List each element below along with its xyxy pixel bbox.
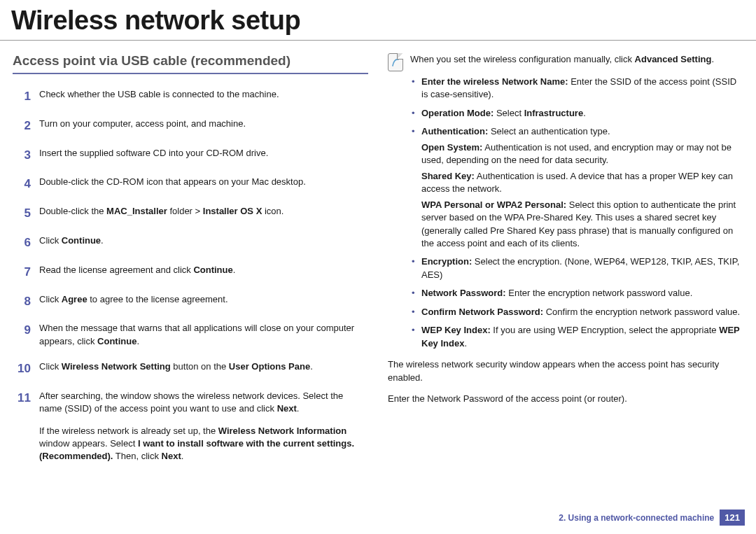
step-item: 1Check whether the USB cable is connecte… bbox=[13, 88, 368, 105]
content-area: Access point via USB cable (recommended)… bbox=[0, 41, 756, 475]
step-paragraph: Check whether the USB cable is connected… bbox=[39, 88, 368, 101]
bullet-item: Network Password: Enter the encryption n… bbox=[412, 287, 743, 300]
step-paragraph: Insert the supplied software CD into you… bbox=[39, 147, 368, 160]
step-paragraph: After searching, the window shows the wi… bbox=[39, 390, 368, 415]
note-lead-text: When you set the wireless configuration … bbox=[410, 53, 743, 66]
step-item: 3Insert the supplied software CD into yo… bbox=[13, 147, 368, 164]
step-body: Check whether the USB cable is connected… bbox=[39, 88, 368, 105]
step-body: Read the license agreement and click Con… bbox=[39, 264, 368, 281]
step-number: 7 bbox=[13, 264, 31, 281]
bullet-item: Enter the wireless Network Name: Enter t… bbox=[412, 76, 743, 101]
step-number: 3 bbox=[13, 147, 31, 164]
bullet-item: Confirm Network Password: Confirm the en… bbox=[412, 306, 743, 318]
step-paragraph: Read the license agreement and click Con… bbox=[39, 264, 368, 276]
bullet-item: Authentication: Select an authentication… bbox=[412, 125, 743, 250]
step-number: 5 bbox=[13, 205, 31, 222]
step-item: 6Click Continue. bbox=[13, 234, 368, 251]
bullet-item: Encryption: Select the encryption. (None… bbox=[412, 255, 743, 281]
step-item: 11After searching, the window shows the … bbox=[13, 390, 368, 463]
step-number: 2 bbox=[13, 118, 31, 134]
step-paragraph: Double-click the CD-ROM icon that appear… bbox=[39, 176, 368, 188]
step-item: 7Read the license agreement and click Co… bbox=[13, 264, 368, 281]
note-icon bbox=[388, 53, 403, 71]
bullet-item: WEP Key Index: If you are using WEP Encr… bbox=[412, 324, 743, 350]
step-item: 10Click Wireless Network Setting button … bbox=[13, 360, 368, 377]
step-number: 1 bbox=[13, 88, 31, 105]
tail-paragraph: The wireless network security window app… bbox=[388, 358, 743, 384]
step-item: 9When the message that warns that all ap… bbox=[13, 322, 368, 347]
step-number: 8 bbox=[13, 293, 31, 310]
step-item: 8Click Agree to agree to the license agr… bbox=[13, 293, 368, 310]
bullet-list: Enter the wireless Network Name: Enter t… bbox=[388, 76, 743, 350]
step-paragraph: Click Agree to agree to the license agre… bbox=[39, 293, 368, 306]
step-paragraph: If the wireless network is already set u… bbox=[39, 425, 368, 463]
section-heading: Access point via USB cable (recommended) bbox=[13, 53, 368, 74]
left-column: Access point via USB cable (recommended)… bbox=[13, 53, 368, 475]
tail-paragraphs: The wireless network security window app… bbox=[388, 358, 743, 405]
step-paragraph: Turn on your computer, access point, and… bbox=[39, 118, 368, 130]
step-body: Double-click the MAC_Installer folder > … bbox=[39, 205, 368, 222]
bullet-item: Operation Mode: Select Infrastructure. bbox=[412, 107, 743, 120]
step-paragraph: Click Wireless Network Setting button on… bbox=[39, 360, 368, 373]
step-body: Click Wireless Network Setting button on… bbox=[39, 360, 368, 377]
note-row: When you set the wireless configuration … bbox=[388, 53, 743, 71]
page-title: Wireless network setup bbox=[0, 0, 756, 41]
step-paragraph: Double-click the MAC_Installer folder > … bbox=[39, 205, 368, 218]
page-number: 121 bbox=[720, 510, 745, 526]
step-item: 5Double-click the MAC_Installer folder >… bbox=[13, 205, 368, 222]
footer-chapter: 2. Using a network-connected machine bbox=[559, 513, 720, 523]
step-number: 10 bbox=[13, 360, 31, 377]
step-number: 11 bbox=[13, 390, 31, 463]
step-body: After searching, the window shows the wi… bbox=[39, 390, 368, 463]
step-item: 2Turn on your computer, access point, an… bbox=[13, 118, 368, 134]
step-body: Double-click the CD-ROM icon that appear… bbox=[39, 176, 368, 192]
step-list: 1Check whether the USB cable is connecte… bbox=[13, 88, 368, 463]
step-body: Turn on your computer, access point, and… bbox=[39, 118, 368, 134]
right-column: When you set the wireless configuration … bbox=[388, 53, 743, 475]
step-body: Click Continue. bbox=[39, 234, 368, 251]
step-number: 9 bbox=[13, 322, 31, 347]
step-body: Click Agree to agree to the license agre… bbox=[39, 293, 368, 310]
step-paragraph: When the message that warns that all app… bbox=[39, 322, 368, 347]
step-paragraph: Click Continue. bbox=[39, 234, 368, 247]
tail-paragraph: Enter the Network Password of the access… bbox=[388, 393, 743, 405]
page-footer: 2. Using a network-connected machine 121 bbox=[559, 510, 745, 526]
step-number: 6 bbox=[13, 234, 31, 251]
step-item: 4Double-click the CD-ROM icon that appea… bbox=[13, 176, 368, 192]
step-body: When the message that warns that all app… bbox=[39, 322, 368, 347]
step-body: Insert the supplied software CD into you… bbox=[39, 147, 368, 164]
step-number: 4 bbox=[13, 176, 31, 192]
